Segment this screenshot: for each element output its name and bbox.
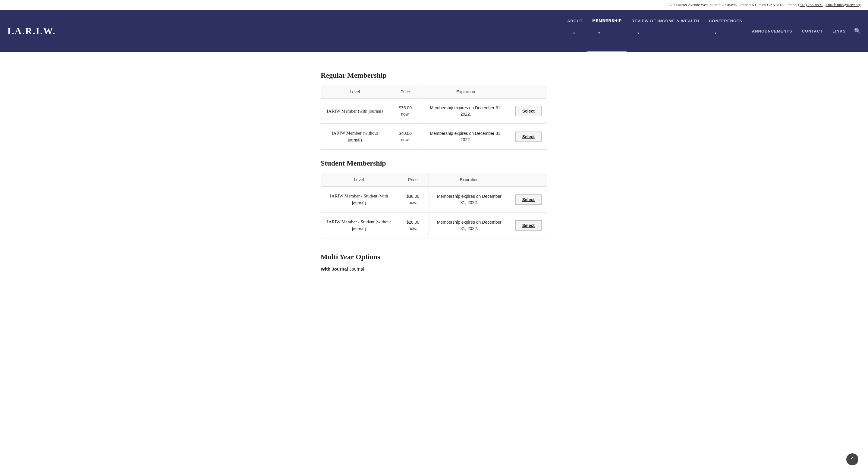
phone-link[interactable]: (613) 233-8891 <box>798 2 823 7</box>
nav-item-links[interactable]: LINKS <box>828 21 850 42</box>
regular-membership-heading: Regular Membership <box>321 71 547 79</box>
chevron-icon: ▾ <box>593 23 622 43</box>
nav-link-about[interactable]: ABOUT ▾ <box>562 10 587 52</box>
regular-membership-table: Level Price Expiration IARIW Member (wit… <box>321 85 547 149</box>
with-journal-link[interactable]: With Journal <box>321 266 348 272</box>
table-row: IARIW Member (with journal) $75.00 now. … <box>321 99 547 124</box>
select-cell-regular-with-journal: Select <box>510 99 547 124</box>
col-expiration-regular: Expiration <box>422 85 510 99</box>
student-membership-table: Level Price Expiration IARIW Member - St… <box>321 173 547 238</box>
col-level-student: Level <box>321 173 397 186</box>
col-price-regular: Price <box>389 85 422 99</box>
select-button-student-without-journal[interactable]: Select <box>516 220 541 231</box>
col-expiration-student: Expiration <box>429 173 510 186</box>
col-level-regular: Level <box>321 85 389 99</box>
expiration-student-with-journal: Membership expires on December 31, 2022. <box>429 186 510 212</box>
expiration-with-journal: Membership expires on December 31, 2022. <box>422 99 510 124</box>
nav-item-contact[interactable]: CONTACT <box>797 21 828 42</box>
col-action-student <box>510 173 547 186</box>
level-without-journal: IARIW Member (without journal) <box>321 124 389 149</box>
table-row: IARIW Member - Student (with journal) $3… <box>321 186 547 212</box>
student-membership-heading: Student Membership <box>321 159 547 167</box>
nav-link-review[interactable]: REVIEW OF INCOME & WEALTH ▾ <box>627 10 704 52</box>
select-button-regular-without-journal[interactable]: Select <box>516 132 541 142</box>
col-action-regular <box>510 85 547 99</box>
select-cell-student-with-journal: Select <box>510 186 547 212</box>
nav-item-review[interactable]: REVIEW OF INCOME & WEALTH ▾ <box>627 10 704 52</box>
select-cell-regular-without-journal: Select <box>510 124 547 149</box>
price-without-journal: $40.00 now. <box>389 124 422 149</box>
select-button-regular-with-journal[interactable]: Select <box>516 106 541 116</box>
table-row: IARIW Member (without journal) $40.00 no… <box>321 124 547 149</box>
select-cell-student-without-journal: Select <box>510 212 547 238</box>
nav-links: ABOUT ▾ MEMBERSHIP ▾ REVIEW OF INCOME & … <box>562 10 850 52</box>
price-student-without-journal: $20.00 now. <box>397 212 429 238</box>
nav-item-membership[interactable]: MEMBERSHIP ▾ <box>587 10 627 52</box>
price-student-with-journal: $38.00 now. <box>397 186 429 212</box>
search-icon[interactable]: 🔍 <box>854 28 861 34</box>
expiration-student-without-journal: Membership expires on December 31, 2022. <box>429 212 510 238</box>
select-button-student-with-journal[interactable]: Select <box>516 195 541 205</box>
nav-link-contact[interactable]: CONTACT <box>797 21 828 42</box>
main-nav: I.A.R.I.W. ABOUT ▾ MEMBERSHIP ▾ REVIEW O… <box>0 10 868 52</box>
with-journal-section: With Journal Journal <box>321 266 547 272</box>
nav-link-conferences[interactable]: CONFERENCES ▾ <box>704 10 747 52</box>
chevron-icon: ▾ <box>710 23 742 43</box>
col-price-student: Price <box>397 173 429 186</box>
expiration-without-journal: Membership expires on December 31, 2022. <box>422 124 510 149</box>
site-logo[interactable]: I.A.R.I.W. <box>7 26 56 37</box>
nav-item-about[interactable]: ABOUT ▾ <box>562 10 587 52</box>
chevron-icon: ▾ <box>568 23 583 43</box>
nav-link-links[interactable]: LINKS <box>828 21 850 42</box>
nav-item-conferences[interactable]: CONFERENCES ▾ <box>704 10 747 52</box>
nav-link-membership[interactable]: MEMBERSHIP ▾ <box>587 10 627 52</box>
level-student-without-journal: IARIW Member - Student (without journal) <box>321 212 397 238</box>
chevron-icon: ▾ <box>632 23 699 43</box>
table-row: IARIW Member - Student (without journal)… <box>321 212 547 238</box>
price-with-journal: $75.00 now. <box>389 99 422 124</box>
level-with-journal: IARIW Member (with journal) <box>321 99 389 124</box>
top-bar: 170 Laurier Avenue West Suite 604 Ottawa… <box>0 0 868 10</box>
address-text: 170 Laurier Avenue West Suite 604 Ottawa… <box>669 2 798 7</box>
level-student-with-journal: IARIW Member - Student (with journal) <box>321 186 397 212</box>
separator: | <box>823 2 826 7</box>
nav-link-announcements[interactable]: ANNOUNCEMENTS <box>747 21 797 42</box>
nav-item-announcements[interactable]: ANNOUNCEMENTS <box>747 21 797 42</box>
email-link[interactable]: Email: info@iariw.org <box>826 2 861 7</box>
main-content: Regular Membership Level Price Expiratio… <box>313 52 555 290</box>
multi-year-heading: Multi Year Options <box>321 253 547 261</box>
